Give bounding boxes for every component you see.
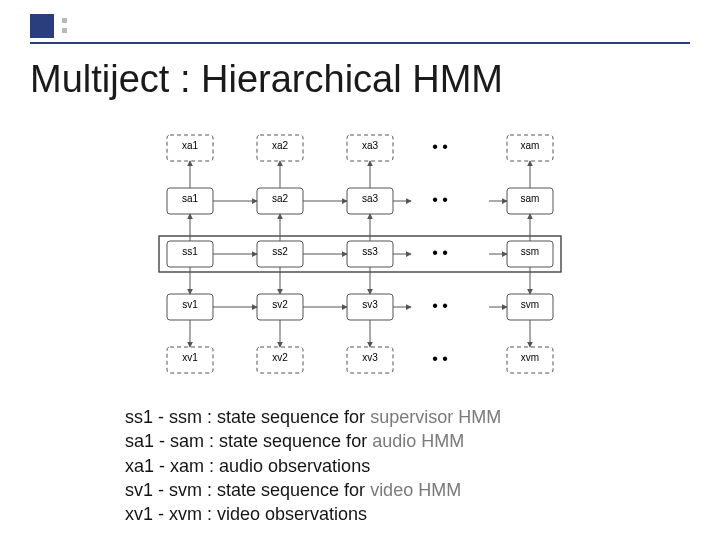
xv-label: xv1 bbox=[182, 352, 198, 363]
xv-label: xv3 bbox=[362, 352, 378, 363]
sv-label: sv1 bbox=[182, 299, 198, 310]
sv-label: svm bbox=[521, 299, 539, 310]
legend-row: xa1 - xam : audio observations bbox=[125, 454, 501, 478]
legend-lhs: xa1 - xam bbox=[125, 456, 204, 476]
legend-row: xv1 - xvm : video observations bbox=[125, 502, 501, 526]
legend-lhs: sv1 - svm bbox=[125, 480, 202, 500]
legend-highlight: audio HMM bbox=[372, 431, 464, 451]
legend-row: sa1 - sam : state sequence for audio HMM bbox=[125, 429, 501, 453]
legend-mid: : state sequence for bbox=[204, 431, 372, 451]
accent-dot-icon bbox=[62, 28, 67, 33]
legend-highlight: video HMM bbox=[370, 480, 461, 500]
legend-row: ss1 - ssm : state sequence for superviso… bbox=[125, 405, 501, 429]
sa-label: sa2 bbox=[272, 193, 289, 204]
sa-label: sa1 bbox=[182, 193, 199, 204]
legend-lhs: ss1 - ssm bbox=[125, 407, 202, 427]
sa-label: sa3 bbox=[362, 193, 379, 204]
ss-label: ss2 bbox=[272, 246, 288, 257]
ss-label: ss1 bbox=[182, 246, 198, 257]
legend-mid: : audio observations bbox=[204, 456, 370, 476]
ss-label: ss3 bbox=[362, 246, 378, 257]
ss-label: ssm bbox=[521, 246, 539, 257]
legend-mid: : state sequence for bbox=[202, 407, 370, 427]
ellipsis-icon: • • bbox=[432, 191, 448, 208]
legend: ss1 - ssm : state sequence for superviso… bbox=[125, 405, 501, 526]
legend-row: sv1 - svm : state sequence for video HMM bbox=[125, 478, 501, 502]
legend-mid: : state sequence for bbox=[202, 480, 370, 500]
xv-label: xvm bbox=[521, 352, 539, 363]
ellipsis-icon: • • bbox=[432, 138, 448, 155]
accent-dot-icon bbox=[62, 18, 67, 23]
accent-square-icon bbox=[30, 14, 54, 38]
legend-lhs: sa1 - sam bbox=[125, 431, 204, 451]
xa-label: xam bbox=[521, 140, 540, 151]
sv-label: sv3 bbox=[362, 299, 378, 310]
xa-label: xa3 bbox=[362, 140, 379, 151]
hmm-diagram: xa1xa2xa3xam• •sa1sa2sa3sam• •ss1ss2ss3s… bbox=[140, 120, 580, 390]
sa-label: sam bbox=[521, 193, 540, 204]
xa-label: xa1 bbox=[182, 140, 199, 151]
ellipsis-icon: • • bbox=[432, 297, 448, 314]
xa-label: xa2 bbox=[272, 140, 289, 151]
legend-lhs: xv1 - xvm bbox=[125, 504, 202, 524]
title-divider bbox=[30, 42, 690, 44]
ellipsis-icon: • • bbox=[432, 350, 448, 367]
legend-highlight: supervisor HMM bbox=[370, 407, 501, 427]
slide-title: Multiject : Hierarchical HMM bbox=[30, 58, 503, 101]
sv-label: sv2 bbox=[272, 299, 288, 310]
legend-mid: : video observations bbox=[202, 504, 367, 524]
xv-label: xv2 bbox=[272, 352, 288, 363]
ellipsis-icon: • • bbox=[432, 244, 448, 261]
